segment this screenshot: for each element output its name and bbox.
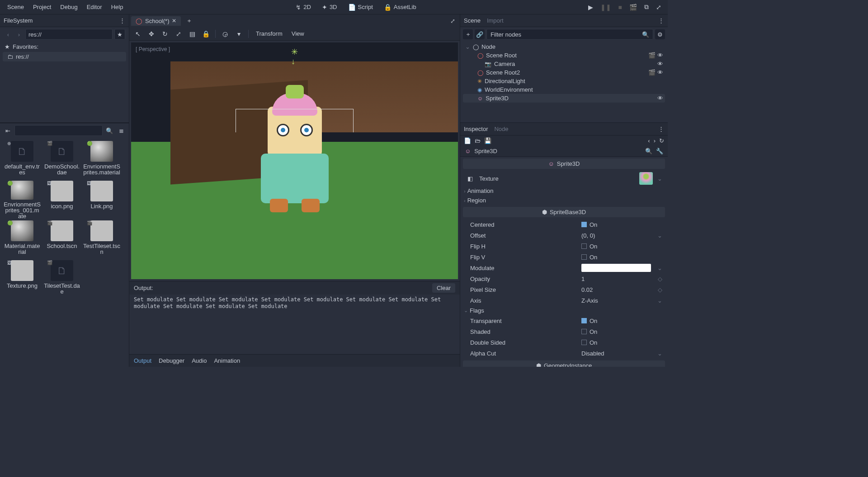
mode-2d[interactable]: ↯2D [291,2,316,13]
prop-flip-h[interactable]: Flip HOn [460,241,668,252]
color-swatch[interactable] [581,264,651,272]
save-resource-button[interactable]: 💾 [484,137,491,144]
filter-nodes-input[interactable]: Filter nodes🔍 [486,29,653,40]
section-sprite3d[interactable]: ☺Sprite3D [463,159,665,169]
tab-node[interactable]: Node [494,126,508,132]
instance-scene-button[interactable]: 🔗 [475,29,485,39]
history-forward-button[interactable]: › [654,137,656,144]
filesystem-search-input[interactable] [14,125,103,136]
file-item[interactable]: 🖼Link.png [82,180,121,219]
favorite-button[interactable]: ★ [114,29,125,40]
expand-icon[interactable]: ⤢ [653,2,664,13]
prop-axis[interactable]: AxisZ-Axis⌄ [460,295,668,306]
move-tool[interactable]: ✥ [146,29,156,39]
history-menu-button[interactable]: ↻ [659,137,664,144]
tab-scene[interactable]: Scene [464,17,481,24]
pause-button[interactable]: ❚❚ [598,2,614,13]
prop-texture[interactable]: ◧ Texture ⌄ [460,171,668,186]
rotate-tool[interactable]: ↻ [160,29,170,39]
prop-centered[interactable]: CenteredOn [460,219,668,230]
menu-debug[interactable]: Debug [57,2,81,12]
new-tab-button[interactable]: ＋ [183,17,196,25]
checkbox-icon[interactable] [581,340,587,345]
visibility-icon[interactable]: 👁 [657,95,663,102]
tree-node[interactable]: ◯Scene Root2🎬👁 [463,68,665,77]
spinner-icon[interactable]: ◇ [657,286,663,293]
dropdown-icon[interactable]: ⌄ [656,175,663,182]
checkbox-icon[interactable] [581,222,587,227]
dropdown-icon[interactable]: ⌄ [656,265,663,271]
scene-tab[interactable]: ◯ School(*) ✕ [131,16,181,26]
section-spritebase3d[interactable]: ⬢SpriteBase3D [463,207,665,217]
file-item[interactable]: 🎬🗋TilesetTest.dae [42,260,81,299]
output-log[interactable]: Set modulate Set modulate Set modulate S… [129,295,460,354]
dropdown-icon[interactable]: ⌄ [656,297,663,304]
history-back-button[interactable]: ‹ [648,137,650,144]
file-item[interactable]: 🖼Texture.png [3,260,42,299]
file-item[interactable]: ⊕🗋default_env.tres [3,140,42,179]
checkbox-icon[interactable] [581,329,587,334]
file-item[interactable]: 🟢EnvrionmentSprites.material [82,140,121,179]
viewport-3d[interactable]: [ Perspective ] ✳↓ [131,42,458,279]
panel-menu-icon[interactable]: ⋮ [119,17,125,24]
open-scene-icon[interactable]: 🎬 [648,52,656,59]
close-tab-button[interactable]: ✕ [172,18,176,24]
tab-inspector[interactable]: Inspector [464,126,488,132]
visibility-icon[interactable]: 👁 [657,69,663,76]
select-tool[interactable]: ↖ [133,29,143,39]
tree-node[interactable]: ◯Scene Root🎬👁 [463,51,665,60]
distraction-free-button[interactable]: ⤢ [448,18,458,24]
panel-menu-icon[interactable]: ⋮ [658,17,664,24]
file-item[interactable]: 🎬School.tscn [42,220,81,259]
prop-modulate[interactable]: Modulate⌄ [460,262,668,273]
nav-forward-button[interactable]: › [14,30,24,39]
tree-node-root[interactable]: ⌄◯Node [463,42,665,51]
prop-opacity[interactable]: Opacity1◇ [460,273,668,284]
open-scene-icon[interactable]: 🎬 [648,69,656,76]
menu-project[interactable]: Project [29,2,55,12]
file-item[interactable]: 🎬TestTileset.tscn [82,220,121,259]
menu-editor[interactable]: Editor [83,2,106,12]
menu-help[interactable]: Help [108,2,127,12]
bottom-tab-animation[interactable]: Animation [214,357,240,364]
search-icon[interactable]: 🔍 [104,126,114,136]
bottom-tab-audio[interactable]: Audio [192,357,207,364]
prop-transparent[interactable]: TransparentOn [460,315,668,326]
prop-alpha-cut[interactable]: Alpha CutDisabled⌄ [460,348,668,359]
file-item[interactable]: 🟢EnvrionmentSprites_001.mate [3,180,42,219]
tree-node[interactable]: ◉WorldEnvironment [463,85,665,94]
tree-node[interactable]: 📷Camera👁 [463,60,665,68]
view-menu[interactable]: View [289,30,307,37]
prop-flip-v[interactable]: Flip VOn [460,252,668,262]
nav-back-button[interactable]: ‹ [4,30,13,39]
file-item[interactable]: 🟢Material.material [3,220,42,259]
texture-thumbnail[interactable] [639,172,653,185]
menu-scene[interactable]: Scene [4,2,28,12]
open-resource-button[interactable]: 🗁 [475,137,481,144]
prop-pixel-size[interactable]: Pixel Size0.02◇ [460,284,668,295]
play-custom-button[interactable]: ⧉ [642,1,651,13]
filesystem-root-item[interactable]: 🗀res:// [3,52,126,61]
add-node-button[interactable]: ＋ [463,29,473,39]
tree-node[interactable]: ✳DirectionalLight [463,77,665,85]
list-tool[interactable]: ▤ [187,29,197,39]
tool-icon[interactable]: 🔧 [656,148,663,154]
checkbox-icon[interactable] [581,318,587,323]
bottom-tab-output[interactable]: Output [134,357,151,364]
play-button[interactable]: ▶ [585,2,596,13]
checkbox-icon[interactable] [581,254,587,260]
tab-import[interactable]: Import [487,17,504,24]
section-geometryinstance[interactable]: ⬢GeometryInstance [463,360,665,367]
snap-options[interactable]: ▾ [234,29,244,39]
panel-menu-icon[interactable]: ⋮ [658,126,664,132]
fold-animation[interactable]: ›Animation [460,186,668,196]
lock-tool[interactable]: 🔒 [201,29,211,39]
stop-button[interactable]: ■ [616,2,625,13]
prop-offset[interactable]: Offset(0, 0)⌄ [460,230,668,241]
prop-shaded[interactable]: ShadedOn [460,326,668,337]
spinner-icon[interactable]: ◇ [657,276,663,282]
snap-tool[interactable]: ◶ [220,29,230,39]
path-input[interactable]: res:// [25,29,113,40]
search-icon[interactable]: 🔍 [645,148,652,154]
scale-tool[interactable]: ⤢ [174,29,184,39]
